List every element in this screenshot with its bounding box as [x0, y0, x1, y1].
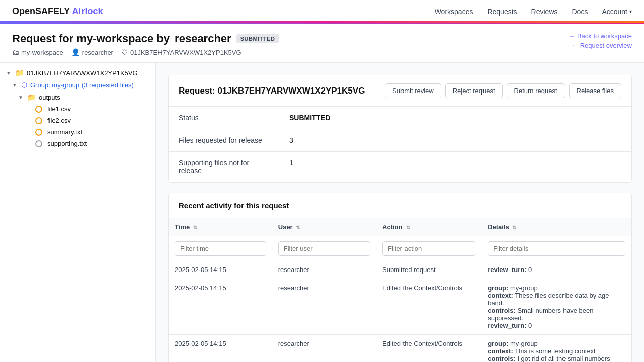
activity-action: Submitted request	[376, 261, 481, 279]
activity-time: 2025-02-05 14:15	[169, 335, 272, 363]
col-action[interactable]: Action ⇅	[376, 218, 481, 236]
page-header-left: Request for my-workspace by researcher S…	[12, 32, 279, 56]
return-request-button[interactable]: Return request	[507, 83, 565, 98]
tree-supporting-label: supporting.txt	[47, 140, 149, 147]
details-line: context: This is some testing context	[488, 347, 625, 355]
release-files-button[interactable]: Release files	[569, 83, 621, 98]
details-key: group:	[488, 340, 510, 347]
details-key: review_turn:	[488, 266, 528, 274]
request-id-title: Request: 01JKB7EH7YARVWXW1X2YP1K5VG	[179, 86, 365, 96]
activity-tbody: 2025-02-05 14:15researcherSubmitted requ…	[169, 261, 631, 362]
tree-file-3[interactable]: summary.txt	[0, 126, 155, 138]
tree-group[interactable]: ▼ ⬡ Group: my-group (3 requested files)	[0, 79, 155, 91]
activity-action: Edited the Context/Controls	[376, 335, 481, 363]
brand-airlock: Airlock	[72, 6, 103, 16]
status-table: Status SUBMITTED Files requested for rel…	[169, 107, 631, 182]
submit-review-button[interactable]: Submit review	[385, 83, 441, 98]
nav-requests[interactable]: Requests	[487, 8, 517, 16]
tree-root[interactable]: ▼ 📁 01JKB7EH7YARVWXW1X2YP1K5VG	[0, 67, 155, 79]
files-label: Files requested for release	[169, 129, 279, 152]
tree-file-1[interactable]: file1.csv	[0, 103, 155, 115]
details-key: controls:	[488, 307, 517, 314]
details-val: This is some testing context	[515, 347, 595, 355]
filter-details-input[interactable]	[488, 241, 625, 256]
activity-row: 2025-02-05 14:15researcherEdited the Con…	[169, 335, 631, 363]
tree-toggle-root: ▼	[6, 70, 12, 76]
details-line: controls: I got rid of all the small num…	[488, 355, 625, 362]
activity-time: 2025-02-05 14:15	[169, 279, 272, 335]
workspace-icon: 🗂	[12, 48, 19, 56]
user-icon: 👤	[71, 48, 80, 56]
col-user[interactable]: User ⇅	[272, 218, 376, 236]
tree-toggle-outputs: ▼	[18, 95, 24, 100]
details-line: review_turn: 0	[488, 322, 625, 329]
filter-action-input[interactable]	[382, 241, 475, 256]
col-details[interactable]: Details ⇅	[481, 218, 631, 236]
meta-workspace: 🗂 my-workspace	[12, 48, 63, 56]
brand-logo[interactable]: OpenSAFELY Airlock	[12, 6, 103, 17]
meta-user: 👤 researcher	[71, 48, 113, 56]
navbar: OpenSAFELY Airlock Workspaces Requests R…	[0, 0, 644, 24]
nav-reviews[interactable]: Reviews	[531, 8, 558, 16]
filter-user-cell	[272, 236, 376, 261]
main-layout: ▼ 📁 01JKB7EH7YARVWXW1X2YP1K5VG ▼ ⬡ Group…	[0, 63, 644, 362]
activity-details: review_turn: 0	[481, 261, 631, 279]
back-to-workspace-link[interactable]: ← Back to workspace	[569, 32, 632, 40]
request-overview-link[interactable]: ← Request overview	[572, 42, 632, 49]
sort-user-icon: ⇅	[296, 225, 300, 230]
col-time[interactable]: Time ⇅	[169, 218, 272, 236]
tree-outputs-label: outputs	[39, 94, 149, 101]
details-key: context:	[488, 347, 515, 355]
page-header: Request for my-workspace by researcher S…	[0, 24, 644, 63]
supporting-value: 1	[279, 152, 631, 183]
files-value: 3	[279, 129, 631, 152]
activity-details: group: my-groupcontext: This is some tes…	[481, 335, 631, 363]
filter-row	[169, 236, 631, 261]
activity-card: Recent activity for this request Time ⇅ …	[168, 193, 632, 362]
supporting-row: Supporting files not for release 1	[169, 152, 631, 183]
navbar-links: Workspaces Requests Reviews Docs Account…	[435, 8, 632, 16]
details-key: group:	[488, 284, 510, 292]
sort-details-icon: ⇅	[512, 225, 516, 230]
tree-file-3-label: summary.txt	[47, 128, 149, 136]
tree-root-label: 01JKB7EH7YARVWXW1X2YP1K5VG	[27, 69, 149, 77]
nav-account[interactable]: Account ▾	[602, 8, 632, 16]
reject-request-button[interactable]: Reject request	[445, 83, 503, 98]
details-val: I got rid of all the small numbers	[517, 355, 610, 362]
filter-details-cell	[481, 236, 631, 261]
page-header-right: ← Back to workspace ← Request overview	[569, 32, 632, 49]
filter-time-input[interactable]	[175, 241, 266, 256]
activity-user: researcher	[272, 335, 376, 363]
files-row: Files requested for release 3	[169, 129, 631, 152]
filter-user-input[interactable]	[278, 241, 370, 256]
details-val: 0	[528, 266, 532, 274]
details-line: group: my-group	[488, 284, 625, 292]
page-title: Request for my-workspace by researcher S…	[12, 32, 279, 45]
file-status-icon-3	[35, 129, 42, 136]
file-status-icon-1	[35, 106, 42, 113]
activity-header-row: Time ⇅ User ⇅ Action ⇅ Details	[169, 218, 631, 236]
tree-outputs[interactable]: ▼ 📁 outputs	[0, 91, 155, 103]
details-line: group: my-group	[488, 340, 625, 347]
page-title-text: Request for my-workspace by researcher	[12, 32, 231, 45]
activity-table: Time ⇅ User ⇅ Action ⇅ Details	[169, 218, 631, 362]
nav-docs[interactable]: Docs	[572, 8, 588, 16]
tree-supporting[interactable]: supporting.txt	[0, 138, 155, 149]
status-row: Status SUBMITTED	[169, 107, 631, 129]
nav-workspaces[interactable]: Workspaces	[435, 8, 473, 16]
tree-file-2[interactable]: file2.csv	[0, 115, 155, 126]
request-card-header: Request: 01JKB7EH7YARVWXW1X2YP1K5VG Subm…	[169, 75, 631, 107]
activity-title: Recent activity for this request	[179, 201, 289, 210]
group-icon: ⬡	[21, 81, 27, 89]
details-val: 0	[528, 322, 532, 329]
user-label: researcher	[82, 49, 113, 56]
sidebar: ▼ 📁 01JKB7EH7YARVWXW1X2YP1K5VG ▼ ⬡ Group…	[0, 63, 156, 362]
activity-details: group: my-groupcontext: These files desc…	[481, 279, 631, 335]
tree-toggle-group: ▼	[12, 82, 18, 88]
filter-time-cell	[169, 236, 272, 261]
activity-user: researcher	[272, 261, 376, 279]
folder-icon: 📁	[15, 69, 24, 77]
action-buttons: Submit review Reject request Return requ…	[385, 83, 621, 98]
submitted-badge: SUBMITTED	[236, 34, 279, 43]
chevron-down-icon: ▾	[629, 9, 632, 14]
